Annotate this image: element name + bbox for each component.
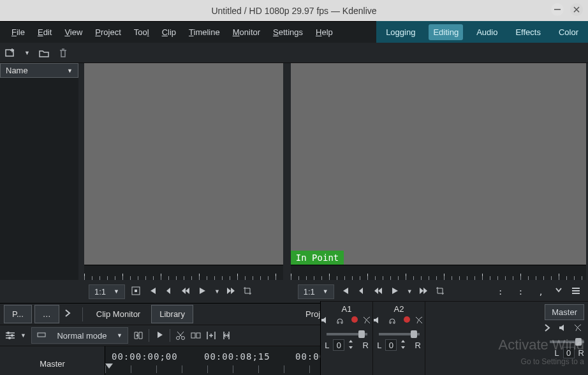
play-icon[interactable] [390,286,401,297]
volume-slider[interactable] [550,341,584,343]
go-start-icon[interactable] [341,286,351,297]
speaker-icon[interactable] [321,316,331,327]
menu-help[interactable]: Help [309,24,339,41]
project-monitor-ruler[interactable] [291,265,586,280]
prev-frame-icon[interactable] [357,286,367,297]
svg-point-8 [176,337,179,340]
record-dot-icon[interactable] [404,316,410,323]
audio-mixer: A1 L 0 R A2 L 0 R Master [320,301,588,375]
tab-library[interactable]: Library [151,305,193,323]
add-clip-icon[interactable] [5,48,15,58]
menu-project[interactable]: Project [89,24,127,41]
tab-p-truncated[interactable]: P... [4,305,32,323]
clip-monitor-panel [82,63,285,280]
layout-effects[interactable]: Effects [511,24,545,40]
normal-mode-icon [37,330,47,341]
titlebar: Untitled / HD 1080p 29.97 fps — Kdenlive [0,0,588,21]
rewind-icon[interactable] [374,286,384,297]
stepper-icon[interactable] [401,340,411,350]
rewind-icon[interactable] [181,286,191,297]
edit-mode-select[interactable]: Normal mode ▼ [31,327,128,344]
proj-zoom-select[interactable]: 1:1▼ [298,284,334,299]
volume-slider[interactable] [379,333,420,335]
bin-column-name[interactable]: Name ▼ [0,63,78,78]
go-start-icon[interactable] [148,286,158,297]
full-range-icon[interactable] [131,286,142,297]
menu-monitor[interactable]: Monitor [226,24,267,41]
layout-logging[interactable]: Logging [381,24,420,40]
svg-rect-0 [554,9,561,10]
headphone-icon[interactable] [336,316,346,327]
stepper-icon[interactable] [348,340,358,350]
menu-view[interactable]: View [58,24,89,41]
project-monitor-view[interactable]: In Point [291,63,586,265]
svg-point-9 [181,337,184,340]
delete-clip-icon[interactable] [58,48,68,58]
crop-icon[interactable] [243,286,253,297]
mixer-master[interactable]: Master L 0 R [425,302,588,375]
cut-icon[interactable] [175,330,186,341]
menu-timeline[interactable]: Timeline [182,24,226,41]
clip-zoom-select[interactable]: 1:1▼ [89,284,125,299]
project-monitor-panel: In Point [289,63,588,280]
clip-monitor-ruler[interactable] [84,265,283,280]
clip-monitor-controls: 1:1▼ ▼ [82,280,288,303]
project-bin: Name ▼ [0,63,78,280]
fx-icon[interactable] [415,316,425,327]
svg-point-4 [7,332,10,334]
overwrite-zone-icon[interactable] [221,330,232,341]
balance-value[interactable]: 0 [385,339,397,351]
timecode-0: 00:00:00;00 [112,351,178,362]
tab-clip-monitor[interactable]: Clip Monitor [88,305,149,323]
layout-switcher: Logging Editing Audio Effects Color [376,21,588,43]
volume-slider[interactable] [327,333,367,335]
svg-rect-10 [191,333,195,338]
bin-toolbar: ▼ [0,43,588,63]
left-tabs: P... … Clip Monitor Library [0,303,286,325]
play-icon[interactable] [198,286,208,297]
fx-icon[interactable] [574,324,584,334]
record-dot-icon[interactable] [351,316,358,323]
speaker-icon[interactable] [559,324,569,334]
in-point-label: In Point [291,251,344,265]
svg-point-5 [11,334,13,337]
menu-file[interactable]: File [5,24,31,41]
add-folder-icon[interactable] [39,48,49,58]
chevron-right-icon[interactable] [64,309,75,320]
close-button[interactable] [570,3,583,16]
menu-settings[interactable]: Settings [267,24,309,41]
chevron-down-icon[interactable] [555,286,565,297]
prev-frame-icon[interactable] [165,286,175,297]
hamburger-icon[interactable] [571,286,582,297]
menu-tool[interactable]: Tool [128,24,156,41]
mixer-channel-a2[interactable]: A2 L 0 R [373,302,425,375]
mixer-master-label[interactable]: Master [545,304,584,320]
menu-edit[interactable]: Edit [31,24,58,41]
tab-overflow[interactable]: … [34,305,59,323]
mixer-channel-a1[interactable]: A1 L 0 R [321,302,373,375]
minimize-button[interactable] [551,3,564,16]
forward-icon[interactable] [419,286,429,297]
forward-icon[interactable] [226,286,237,297]
balance-value[interactable]: 0 [563,347,575,358]
clip-monitor-view[interactable] [84,63,283,265]
balance-value[interactable]: 0 [333,339,344,351]
chevron-right-icon[interactable] [543,324,554,334]
svg-rect-11 [196,333,200,338]
compositing-icon[interactable] [133,330,143,341]
layout-audio[interactable]: Audio [472,24,502,40]
bin-tree-empty[interactable] [0,78,78,280]
play-timeline-icon[interactable] [154,330,165,341]
layout-color[interactable]: Color [554,24,583,40]
group-icon[interactable] [191,330,201,341]
layout-editing[interactable]: Editing [429,24,463,40]
headphone-icon[interactable] [388,316,399,327]
track-config-icon[interactable] [5,330,15,341]
speaker-icon[interactable] [373,316,383,327]
svg-rect-3 [135,290,137,292]
menu-clip[interactable]: Clip [156,24,182,41]
fx-icon[interactable] [363,316,373,327]
timeline-master-label[interactable]: Master [0,346,105,375]
crop-icon[interactable] [436,286,446,297]
insert-zone-icon[interactable] [206,330,216,341]
